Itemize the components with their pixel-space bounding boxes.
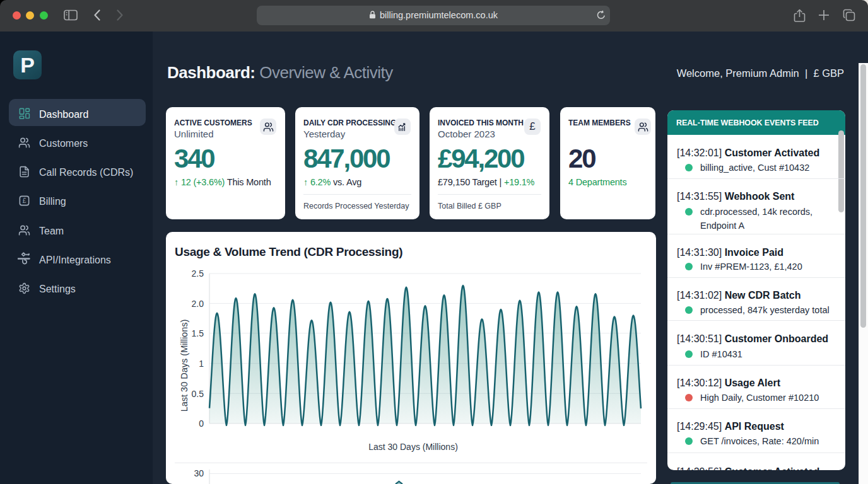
svg-text:£: £ bbox=[23, 197, 26, 204]
